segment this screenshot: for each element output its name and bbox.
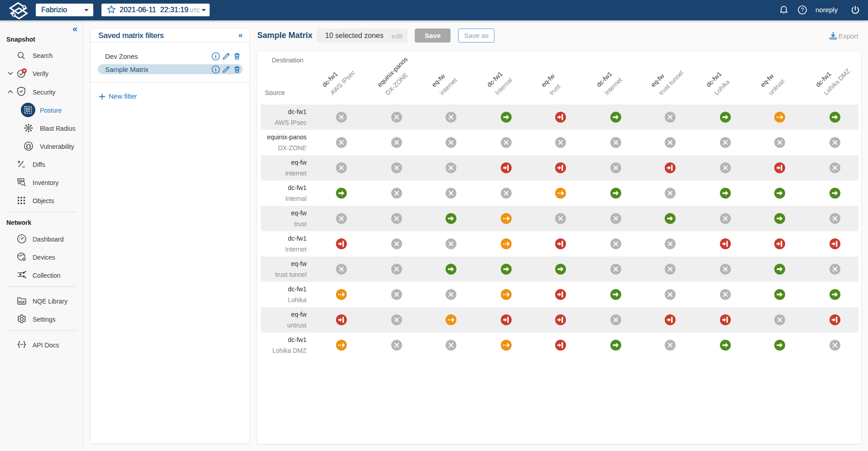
svg-text:?: ? [801,7,804,13]
svg-text:NQE: NQE [19,300,25,304]
